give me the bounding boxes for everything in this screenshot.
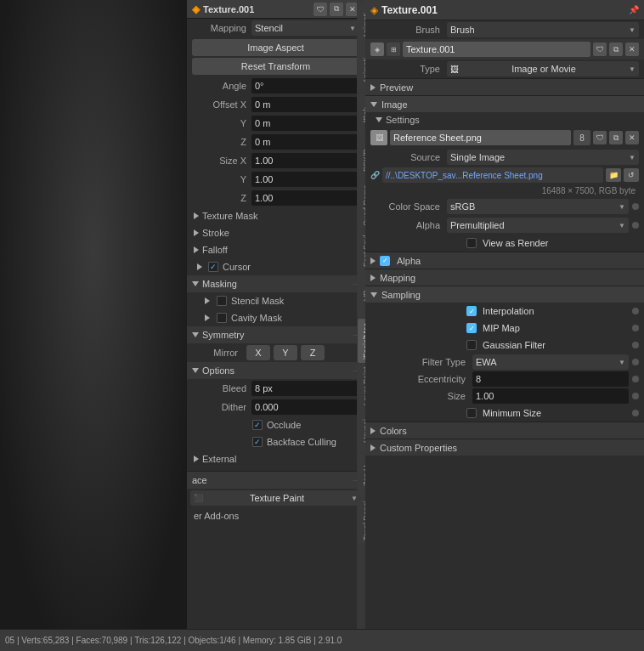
offset-y-value[interactable]: 0 m (251, 116, 359, 131)
rp-brush-row: Brush Brush ▼ (365, 20, 644, 39)
gaussian-dot[interactable] (632, 342, 639, 348)
texture-name-row: ◈ ⊞ Texture.001 🛡 ⧉ ✕ (365, 39, 644, 59)
filter-type-dot[interactable] (632, 359, 639, 365)
stroke-row[interactable]: Stroke (187, 224, 364, 241)
cavity-mask-checkbox[interactable] (217, 313, 227, 323)
alpha-dot[interactable] (632, 222, 639, 229)
mip-map-label: MIP Map (483, 323, 520, 333)
image-name-row: 🖼 Reference Sheet.png 8 🛡 ⧉ ✕ (365, 127, 644, 148)
image-num-field[interactable]: 8 (573, 130, 590, 145)
gaussian-checkbox[interactable] (466, 340, 477, 350)
symmetry-label: Symmetry (202, 330, 245, 340)
preview-section[interactable]: Preview (365, 78, 644, 95)
stencil-mask-checkbox[interactable] (217, 296, 227, 306)
shield-icon[interactable]: 🛡 (314, 3, 327, 16)
backface-culling-checkbox[interactable] (252, 437, 263, 447)
panel-header-icons: 🛡 ⧉ ✕ (314, 3, 359, 16)
filter-type-row: Filter Type EWA ▼ (365, 354, 644, 371)
mapping-select[interactable]: Stencil ▼ (251, 20, 359, 36)
mapping-row: Mapping Stencil ▼ (187, 19, 364, 37)
texture-mask-row[interactable]: Texture Mask (187, 207, 364, 224)
eccentricity-value[interactable]: 8 (472, 371, 629, 387)
interpolation-checkbox[interactable]: ✓ (466, 306, 477, 316)
falloff-row[interactable]: Falloff (187, 241, 364, 258)
min-size-dot[interactable] (632, 410, 639, 416)
viewport-content (0, 0, 187, 629)
rp-alpha-select[interactable]: Premultiplied ▼ (447, 218, 629, 233)
dither-value[interactable]: 0.000 (251, 399, 359, 415)
tex-close-icon[interactable]: ✕ (625, 42, 639, 56)
rp-source-select[interactable]: Single Image ▼ (447, 150, 639, 165)
colors-section[interactable]: Colors (365, 422, 644, 439)
filter-type-select[interactable]: EWA ▼ (472, 354, 629, 370)
colorspace-dot[interactable] (632, 203, 639, 210)
rp-colorspace-select[interactable]: sRGB ▼ (447, 199, 629, 214)
mirror-row: Mirror X Y Z (187, 343, 364, 362)
mirror-y-btn[interactable]: Y (274, 345, 297, 360)
size-y-value[interactable]: 1.00 (251, 172, 359, 187)
mapping-label: Mapping (192, 23, 251, 33)
space-section[interactable]: ace ··· (187, 472, 364, 489)
options-section[interactable]: Options ··· (187, 362, 364, 379)
alpha-collapse-section[interactable]: ✓ Alpha (365, 252, 644, 269)
texture-name-field[interactable]: Texture.001 (403, 42, 590, 57)
min-size-checkbox[interactable] (466, 408, 477, 418)
bleed-row: Bleed 8 px (187, 379, 364, 398)
eccentricity-dot[interactable] (632, 376, 639, 382)
pin-icon[interactable]: 📌 (629, 5, 639, 14)
interpolation-label: Interpolation (483, 306, 534, 316)
img-close-icon[interactable]: ✕ (625, 131, 639, 144)
offset-x-value[interactable]: 0 m (251, 97, 359, 112)
image-aspect-button[interactable]: Image Aspect (192, 39, 359, 56)
size-x-value[interactable]: 1.00 (251, 153, 359, 168)
symmetry-section[interactable]: Symmetry ··· (187, 326, 364, 343)
rp-size-value[interactable]: 1.00 (472, 388, 629, 404)
rp-type-select[interactable]: 🖼 Image or Movie ▼ (447, 61, 639, 76)
img-copy-icon[interactable]: ⧉ (609, 131, 623, 144)
path-value[interactable]: //..\DESKTOP_sav...Reference Sheet.png (382, 167, 603, 183)
bleed-value[interactable]: 8 px (251, 381, 359, 396)
mirror-z-btn[interactable]: Z (301, 345, 325, 360)
preview-label: Preview (380, 82, 413, 93)
sampling-section[interactable]: Sampling (365, 286, 644, 303)
mapping-collapse-section[interactable]: Mapping (365, 269, 644, 286)
path-reload-icon[interactable]: ↺ (624, 168, 639, 182)
image-section[interactable]: Image (365, 95, 644, 112)
cursor-checkbox[interactable] (208, 262, 218, 272)
angle-label: Angle (192, 81, 251, 91)
tex-copy-icon[interactable]: ⧉ (609, 42, 623, 56)
img-shield-icon[interactable]: 🛡 (593, 131, 607, 144)
texture-paint-select[interactable]: ⬛ Texture Paint ▼ (190, 490, 361, 506)
mip-map-dot[interactable] (632, 325, 639, 331)
reset-transform-button[interactable]: Reset Transform (192, 58, 359, 75)
external-triangle (194, 456, 199, 462)
copy-icon[interactable]: ⧉ (330, 3, 343, 16)
view-as-render-row: View as Render (365, 235, 644, 252)
mip-map-checkbox[interactable]: ✓ (466, 323, 477, 333)
view-as-render-checkbox[interactable] (466, 238, 477, 248)
path-folder-icon[interactable]: 📁 (606, 168, 621, 182)
size-z-value[interactable]: 1.00 (251, 190, 359, 206)
occlude-checkbox[interactable] (252, 420, 263, 430)
alpha-section-checkbox[interactable]: ✓ (380, 256, 390, 266)
offset-z-label: Z (192, 137, 251, 147)
rp-brush-select[interactable]: Brush ▼ (447, 22, 639, 37)
gaussian-row: Gaussian Filter (365, 337, 644, 354)
rp-size-dot[interactable] (632, 393, 639, 399)
external-row[interactable]: External (187, 450, 364, 467)
settings-row[interactable]: Settings (365, 112, 644, 127)
add-ons-row[interactable]: er Add-ons (187, 507, 364, 524)
mirror-x-btn[interactable]: X (246, 345, 270, 360)
masking-section[interactable]: Masking ··· (187, 275, 364, 292)
offset-z-value[interactable]: 0 m (251, 134, 359, 150)
offset-y-row: Y 0 m (187, 114, 364, 133)
texture-paint-label: Texture Paint (250, 493, 304, 503)
tex-shield-icon[interactable]: 🛡 (593, 42, 607, 56)
custom-props-section[interactable]: Custom Properties (365, 439, 644, 456)
offset-y-label: Y (192, 118, 251, 128)
source-chevron: ▼ (629, 154, 636, 161)
rp-colorspace-row: Color Space sRGB ▼ (365, 197, 644, 216)
angle-value[interactable]: 0° (251, 78, 359, 93)
interpolation-dot[interactable] (632, 308, 639, 314)
image-name-field[interactable]: Reference Sheet.png (390, 130, 571, 145)
